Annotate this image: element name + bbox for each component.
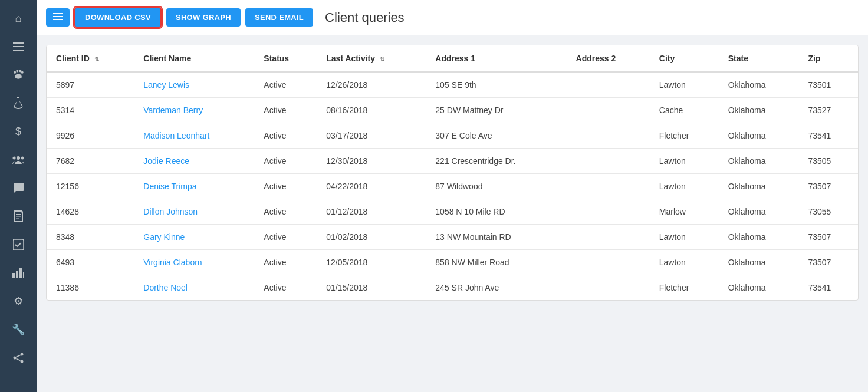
paw-icon[interactable] — [6, 62, 31, 87]
svg-point-9 — [21, 157, 24, 160]
home-icon[interactable]: ⌂ — [6, 6, 31, 31]
cell-client_id: 8348 — [47, 225, 134, 250]
cell-zip: 73541 — [798, 123, 858, 149]
table-row: 14628Dillon JohnsonActive01/12/20181058 … — [47, 199, 858, 225]
cell-state: Oklahoma — [719, 72, 799, 98]
cell-client_id: 14628 — [47, 199, 134, 225]
cell-address1: 25 DW Mattney Dr — [426, 98, 566, 123]
svg-rect-23 — [53, 13, 63, 14]
cell-state: Oklahoma — [719, 149, 799, 174]
sidebar: ⌂ $ — [0, 0, 37, 392]
cell-address1: 221 Crescentridge Dr. — [426, 149, 566, 174]
flask-icon[interactable] — [6, 91, 31, 116]
dollar-icon[interactable]: $ — [6, 119, 31, 144]
svg-rect-14 — [12, 273, 15, 278]
cell-client_name[interactable]: Laney Lewis — [134, 72, 254, 98]
send-email-button[interactable]: SEND EMAIL — [245, 8, 313, 27]
cell-state: Oklahoma — [719, 123, 799, 149]
cell-zip: 73501 — [798, 72, 858, 98]
cell-last_activity: 01/15/2018 — [317, 275, 426, 301]
table-row: 7682Jodie ReeceActive12/30/2018221 Cresc… — [47, 149, 858, 174]
svg-rect-11 — [16, 216, 21, 217]
cell-client_id: 12156 — [47, 174, 134, 199]
col-last-activity[interactable]: Last Activity ⇅ — [317, 45, 426, 72]
list-icon[interactable] — [6, 34, 31, 59]
cell-zip: 73505 — [798, 149, 858, 174]
cell-client_name[interactable]: Jodie Reece — [134, 149, 254, 174]
table-header-row: Client ID ⇅ Client Name Status Last Acti… — [47, 45, 858, 72]
cell-address2 — [567, 199, 650, 225]
cell-status: Active — [254, 174, 317, 199]
cell-client_name[interactable]: Dillon Johnson — [134, 199, 254, 225]
show-graph-button[interactable]: SHOW GRAPH — [166, 8, 241, 27]
chart-icon[interactable] — [6, 261, 31, 285]
table-container: Client ID ⇅ Client Name Status Last Acti… — [46, 45, 859, 301]
col-client-id[interactable]: Client ID ⇅ — [47, 45, 134, 72]
share-icon[interactable] — [6, 345, 31, 370]
chat-icon[interactable] — [6, 176, 31, 200]
sort-icon-client-id: ⇅ — [94, 56, 99, 62]
cell-client_name[interactable]: Gary Kinne — [134, 225, 254, 250]
cell-zip: 73507 — [798, 250, 858, 275]
svg-rect-15 — [16, 271, 18, 278]
cell-address2 — [567, 225, 650, 250]
cell-last_activity: 08/16/2018 — [317, 98, 426, 123]
cell-zip: 73055 — [798, 199, 858, 225]
cell-last_activity: 01/02/2018 — [317, 225, 426, 250]
page-title: Client queries — [325, 10, 405, 25]
cell-status: Active — [254, 275, 317, 301]
cell-state: Oklahoma — [719, 199, 799, 225]
svg-point-8 — [13, 157, 16, 160]
clients-table: Client ID ⇅ Client Name Status Last Acti… — [47, 45, 858, 300]
cell-address1: 105 SE 9th — [426, 72, 566, 98]
cell-address2 — [567, 72, 650, 98]
cell-client_id: 11386 — [47, 275, 134, 301]
svg-rect-16 — [19, 268, 22, 278]
svg-rect-25 — [53, 19, 63, 20]
svg-point-20 — [21, 360, 24, 363]
cell-city: Cache — [650, 98, 719, 123]
svg-rect-10 — [16, 214, 21, 215]
download-csv-button[interactable]: DOWNLOAD CSV — [74, 7, 162, 28]
cell-last_activity: 12/05/2018 — [317, 250, 426, 275]
report-icon[interactable] — [6, 204, 31, 229]
cell-status: Active — [254, 225, 317, 250]
col-state: State — [719, 45, 799, 72]
cell-client_name[interactable]: Madison Leonhart — [134, 123, 254, 149]
table-row: 12156Denise TrimpaActive04/22/201887 Wil… — [47, 174, 858, 199]
groups-icon[interactable] — [6, 147, 31, 172]
menu-button[interactable] — [46, 8, 70, 27]
cell-client_name[interactable]: Denise Trimpa — [134, 174, 254, 199]
svg-point-18 — [21, 353, 24, 356]
cell-client_name[interactable]: Vardeman Berry — [134, 98, 254, 123]
cell-client_name[interactable]: Virginia Claborn — [134, 250, 254, 275]
cell-city: Fletcher — [650, 275, 719, 301]
table-row: 5314Vardeman BerryActive08/16/201825 DW … — [47, 98, 858, 123]
svg-point-7 — [17, 156, 20, 160]
cell-address1: 87 Wildwood — [426, 174, 566, 199]
wrench-icon[interactable]: 🔧 — [6, 317, 31, 342]
cell-client_id: 9926 — [47, 123, 134, 149]
cell-zip: 73507 — [798, 225, 858, 250]
svg-rect-12 — [16, 218, 19, 219]
col-city: City — [650, 45, 719, 72]
sort-icon-last-activity: ⇅ — [380, 56, 384, 62]
cell-status: Active — [254, 123, 317, 149]
cell-city: Lawton — [650, 250, 719, 275]
cell-city: Lawton — [650, 72, 719, 98]
cell-city: Lawton — [650, 149, 719, 174]
svg-rect-0 — [13, 42, 24, 44]
cell-status: Active — [254, 72, 317, 98]
cell-last_activity: 12/30/2018 — [317, 149, 426, 174]
cell-status: Active — [254, 98, 317, 123]
cell-last_activity: 04/22/2018 — [317, 174, 426, 199]
cell-address2 — [567, 250, 650, 275]
toolbar: DOWNLOAD CSV SHOW GRAPH SEND EMAIL Clien… — [37, 0, 868, 35]
cell-state: Oklahoma — [719, 225, 799, 250]
cell-client_name[interactable]: Dorthe Noel — [134, 275, 254, 301]
cell-state: Oklahoma — [719, 174, 799, 199]
settings-icon[interactable]: ⚙ — [6, 289, 31, 314]
col-address2: Address 2 — [567, 45, 650, 72]
cell-status: Active — [254, 199, 317, 225]
checklist-icon[interactable] — [6, 232, 31, 257]
